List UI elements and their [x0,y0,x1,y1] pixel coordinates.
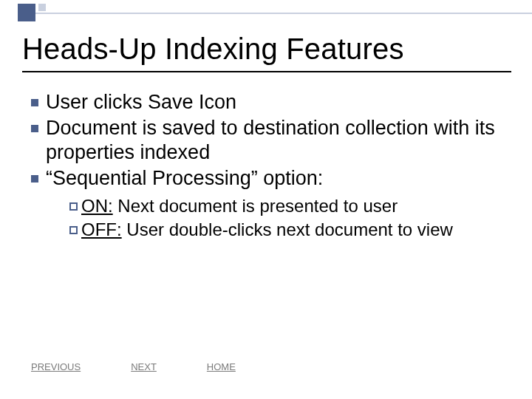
slide-title: Heads-Up Indexing Features [22,33,404,66]
decor-square-small [38,4,46,11]
sub-bullet-list: ON: Next document is presented to user O… [69,195,507,242]
title-underline [22,71,511,72]
sub-bullet-label: ON: [81,196,113,216]
sub-bullet-label: OFF: [81,219,122,239]
sub-bullet-item: ON: Next document is presented to user [69,195,507,218]
decor-square-large [18,4,35,21]
decor-top-line [35,13,532,14]
square-bullet-icon [31,125,38,132]
sub-bullet-text: ON: Next document is presented to user [81,195,398,218]
square-bullet-icon [31,175,38,183]
next-link[interactable]: NEXT [131,361,157,372]
sub-bullet-desc: Next document is presented to user [113,196,398,216]
sub-bullet-desc: User double-clicks next document to view [122,219,453,239]
bullet-item: User clicks Save Icon [31,90,507,115]
hollow-square-bullet-icon [69,202,78,211]
home-link[interactable]: HOME [207,361,236,372]
nav-links: PREVIOUS NEXT HOME [31,361,236,372]
previous-link[interactable]: PREVIOUS [31,361,81,372]
bullet-item: Document is saved to destination collect… [31,116,507,165]
bullet-text: User clicks Save Icon [46,90,236,115]
bullet-text: Document is saved to destination collect… [46,116,507,165]
sub-bullet-item: OFF: User double-clicks next document to… [69,219,507,242]
square-bullet-icon [31,99,38,106]
bullet-text: “Sequential Processing” option: [46,166,323,191]
sub-bullet-text: OFF: User double-clicks next document to… [81,219,453,242]
hollow-square-bullet-icon [69,226,78,234]
slide-content: User clicks Save Icon Document is saved … [31,90,507,243]
bullet-item: “Sequential Processing” option: [31,166,507,191]
